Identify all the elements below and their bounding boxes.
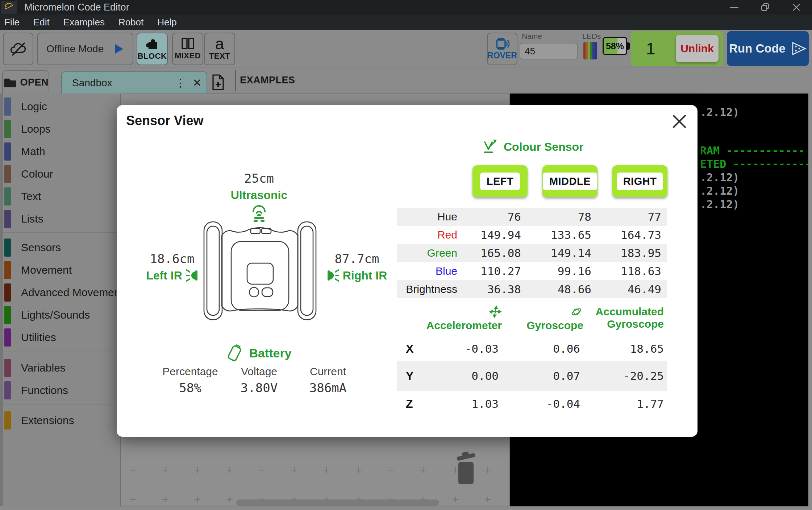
title-bar: Micromelon Code Editor — [0, 0, 812, 14]
menu-examples[interactable]: Examples — [63, 17, 105, 28]
examples-button[interactable]: EXAMPLES — [240, 75, 295, 86]
open-file-button[interactable]: OPEN — [2, 70, 49, 94]
ultrasonic-readout: 25cm Ultrasonic — [223, 171, 295, 224]
sidebar-item-utilities[interactable]: Utilities — [0, 326, 120, 349]
offline-mode-label: Offline Mode — [46, 43, 104, 55]
grid-plus-mark — [227, 467, 233, 473]
sidebar-item-variables[interactable]: Variables — [0, 357, 120, 379]
right-ir-readout: 87.7cm Right IR — [322, 252, 391, 283]
swatch-middle[interactable]: MIDDLE — [542, 165, 597, 197]
left-ir-label: Left IR — [146, 269, 182, 282]
right-ir-label: Right IR — [343, 269, 387, 282]
console-line: .2.12) — [700, 184, 739, 197]
mode-button-mixed[interactable]: MIXED — [172, 33, 203, 65]
grid-plus-mark — [227, 497, 233, 502]
menu-robot[interactable]: Robot — [118, 17, 143, 28]
sidebar-item-logic[interactable]: Logic — [0, 95, 120, 118]
name-label: Name — [522, 32, 542, 41]
sidebar-item-colour[interactable]: Colour — [0, 163, 120, 185]
menu-file[interactable]: File — [4, 17, 20, 28]
sidebar-item-extensions[interactable]: Extensions — [0, 409, 120, 432]
accelerometer-header: Accelerometer — [420, 306, 502, 332]
sidebar-item-advanced-movement[interactable]: Advanced Movement — [0, 281, 120, 304]
rover-label: ROVER — [487, 51, 517, 61]
robot-name-input[interactable] — [520, 43, 578, 59]
category-chip — [4, 165, 11, 183]
category-chip — [4, 187, 11, 206]
sidebar-item-sensors[interactable]: Sensors — [0, 236, 120, 259]
console-scrollbar[interactable] — [808, 94, 812, 506]
sidebar-item-loops[interactable]: Loops — [0, 118, 120, 140]
accumulated-gyroscope-header: Accumulated Gyroscope — [583, 306, 667, 332]
window-title: Micromelon Code Editor — [24, 2, 129, 13]
run-code-button[interactable]: Run Code — [727, 31, 809, 66]
imu-section: Accelerometer Gyroscope Accumulated Gyro… — [397, 306, 667, 416]
mode-button-block[interactable]: BLOCK — [137, 33, 168, 65]
colour-sensor-icon — [483, 138, 498, 155]
kebab-icon[interactable]: ⋮ — [173, 76, 188, 89]
console-line: .2.12) — [700, 171, 739, 184]
tab-sandbox[interactable]: Sandbox ⋮ ✕ — [61, 71, 207, 94]
modal-title: Sensor View — [126, 113, 203, 128]
battery-voltage-stat: Voltage 3.80V — [225, 365, 293, 395]
modal-close-button[interactable] — [670, 112, 688, 130]
rover-icon — [495, 37, 509, 50]
led-rainbow-swatch[interactable] — [583, 42, 597, 59]
restore-button[interactable] — [750, 0, 781, 14]
left-ir-readout: 18.6cm Left IR — [138, 252, 207, 283]
run-code-label: Run Code — [729, 42, 786, 55]
category-chip — [4, 239, 11, 257]
imu-row-z: Z 1.03 -0.04 1.77 — [397, 391, 667, 416]
category-chip — [4, 411, 11, 430]
cloud-offline-icon — [9, 41, 28, 57]
sidebar-item-movement[interactable]: Movement — [0, 259, 120, 281]
menu-help[interactable]: Help — [157, 17, 176, 28]
grid-plus-mark — [130, 497, 136, 502]
sidebar-item-math[interactable]: Math — [0, 140, 120, 163]
colour-sensor-header: Colour Sensor — [483, 138, 583, 155]
folder-icon — [3, 76, 16, 88]
grid-plus-mark — [195, 497, 200, 502]
minimize-button[interactable] — [719, 0, 750, 14]
table-row-brightness: Brightness 36.38 48.66 46.49 — [397, 280, 667, 298]
sidebar-item-text[interactable]: Text — [0, 185, 120, 208]
mixed-columns-icon — [180, 37, 195, 50]
tab-close-icon[interactable]: ✕ — [188, 76, 207, 89]
console-line: .2.12) — [700, 198, 739, 211]
app-logo — [1, 1, 17, 14]
trash-button[interactable] — [454, 450, 478, 488]
rover-button[interactable]: ROVER — [487, 33, 517, 65]
battery-percent: 58% — [604, 38, 626, 54]
swatch-right[interactable]: RIGHT — [612, 165, 667, 197]
sidebar-item-lights-sounds[interactable]: Lights/Sounds — [0, 304, 120, 326]
open-label: OPEN — [20, 77, 49, 88]
horizontal-scrollbar[interactable] — [236, 499, 439, 506]
category-chip — [4, 261, 11, 279]
ultrasonic-value: 25cm — [223, 171, 295, 186]
sidebar-item-lists[interactable]: Lists — [0, 208, 120, 230]
battery-label: Battery — [249, 346, 291, 360]
new-file-button[interactable] — [209, 72, 227, 92]
category-chip — [4, 359, 11, 377]
accelerometer-icon — [489, 306, 502, 318]
grid-plus-mark — [388, 467, 394, 473]
menu-edit[interactable]: Edit — [33, 17, 50, 28]
window-edge — [0, 506, 812, 510]
offline-mode-button[interactable]: Offline Mode — [37, 33, 133, 65]
imu-row-y: Y 0.00 0.07 -20.25 — [397, 361, 667, 391]
grid-plus-mark — [130, 467, 136, 473]
grid-plus-mark — [162, 467, 168, 473]
sidebar-item-functions[interactable]: Functions — [0, 379, 120, 402]
grid-plus-mark — [485, 467, 491, 473]
close-icon — [792, 3, 801, 12]
battery-stats: Percentage 58% Voltage 3.80V Current 386… — [156, 365, 362, 395]
unlink-button[interactable]: Unlink — [676, 35, 719, 62]
mode-button-text[interactable]: a TEXT — [204, 33, 235, 65]
close-window-button[interactable] — [781, 0, 812, 14]
grid-plus-mark — [324, 467, 329, 473]
grid-plus-mark — [453, 497, 458, 502]
console-line: RAM ------------ — [700, 144, 805, 157]
connection-button[interactable] — [3, 33, 33, 65]
colour-table: Hue 76 78 77 Red 149.94 133.65 164.73 Gr… — [397, 208, 667, 298]
swatch-left[interactable]: LEFT — [472, 165, 528, 197]
